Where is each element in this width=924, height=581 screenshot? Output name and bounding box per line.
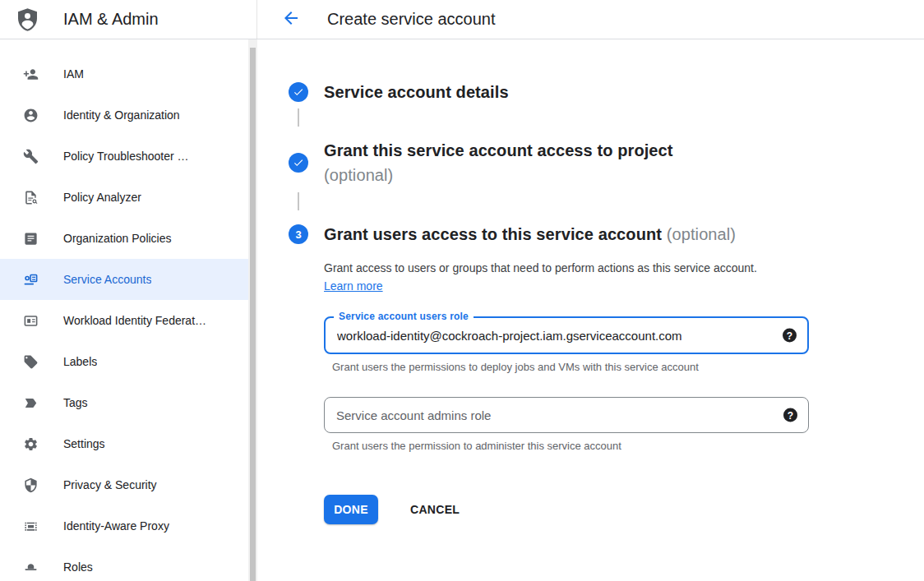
step-3-description-text: Grant access to users or groups that nee…: [324, 261, 757, 274]
app-title: IAM & Admin: [63, 10, 159, 29]
users-role-helper-text: Grant users the permissions to deploy jo…: [332, 361, 924, 373]
step-connector: [298, 108, 299, 127]
step-1-title: Service account details: [324, 81, 817, 104]
sidebar-item-label: Identity-Aware Proxy: [63, 519, 169, 533]
sidebar-item-settings[interactable]: Settings: [0, 423, 249, 464]
proxy-icon: [22, 518, 39, 534]
step-3-description: Grant access to users or groups that nee…: [324, 259, 781, 295]
sidebar-scrollbar-thumb[interactable]: [250, 48, 256, 581]
step-2-title: Grant this service account access to pro…: [324, 138, 817, 187]
label-tag-icon: [22, 353, 39, 370]
sidebar-item-identity-aware-proxy[interactable]: Identity-Aware Proxy: [0, 505, 249, 546]
sidebar-item-label: Labels: [63, 355, 97, 368]
sidebar-item-workload-identity-federation[interactable]: Workload Identity Federat…: [0, 300, 249, 341]
page-header: Create service account: [257, 0, 924, 39]
sidebar-item-label: Workload Identity Federat…: [63, 314, 206, 327]
sidebar-item-labels[interactable]: Labels: [0, 341, 249, 382]
top-bar: IAM & Admin Create service account: [0, 0, 924, 39]
sidebar-item-label: Settings: [63, 437, 105, 450]
users-role-input[interactable]: [326, 318, 807, 353]
wizard-actions: DONE CANCEL: [324, 495, 924, 524]
product-header: IAM & Admin: [0, 0, 257, 39]
sidebar-item-tags[interactable]: Tags: [0, 382, 249, 423]
step-2-header[interactable]: Grant this service account access to pro…: [289, 138, 924, 187]
sidebar-item-label: Organization Policies: [63, 232, 172, 245]
sidebar-item-label: IAM: [63, 67, 84, 81]
step-3-optional-label: (optional): [667, 225, 736, 243]
sidebar-item-label: Service Accounts: [63, 273, 151, 286]
arrow-back-icon: [281, 8, 301, 30]
step-complete-icon: [289, 153, 308, 173]
sidebar-item-policy-troubleshooter[interactable]: Policy Troubleshooter …: [0, 136, 249, 177]
sidebar-item-privacy-security[interactable]: Privacy & Security: [0, 464, 249, 505]
step-1-header[interactable]: Service account details: [289, 81, 924, 104]
service-account-users-role-field: Service account users role ?: [324, 316, 809, 354]
document-lines-icon: [22, 230, 39, 247]
step-3-title: Grant users access to this service accou…: [324, 223, 817, 246]
learn-more-link[interactable]: Learn more: [324, 279, 383, 293]
step-2-title-text: Grant this service account access to pro…: [324, 141, 673, 159]
users-role-field-label: Service account users role: [334, 311, 474, 322]
back-button[interactable]: [281, 10, 301, 30]
document-search-icon: [22, 189, 39, 205]
step-connector: [298, 192, 299, 210]
help-icon[interactable]: ?: [783, 329, 797, 343]
person-add-icon: [22, 66, 39, 82]
tag-arrow-icon: [22, 394, 39, 411]
identity-card-icon: [22, 312, 39, 329]
shield-icon: [22, 477, 39, 493]
sidebar-item-label: Identity & Organization: [63, 108, 180, 122]
admins-role-input[interactable]: [325, 398, 808, 432]
sidebar-item-iam[interactable]: IAM: [0, 53, 249, 95]
sidebar-item-label: Roles: [63, 560, 93, 574]
sidebar-scrollbar-track: [248, 39, 257, 581]
sidebar-item-service-accounts[interactable]: Service Accounts: [0, 259, 249, 300]
gear-icon: [22, 436, 39, 452]
step-3-title-text: Grant users access to this service accou…: [324, 225, 662, 243]
sidebar-item-label: Policy Troubleshooter …: [63, 150, 189, 163]
step-3-number-badge: 3: [289, 224, 308, 244]
app-window: IAM & Admin Create service account IAM: [0, 0, 924, 581]
sidebar-item-label: Policy Analyzer: [63, 191, 141, 204]
admins-role-helper-text: Grant users the permission to administer…: [332, 440, 924, 452]
step-complete-icon: [289, 82, 308, 102]
sidebar-item-label: Tags: [63, 396, 88, 409]
step-3-body: Grant access to users or groups that nee…: [289, 259, 924, 524]
help-icon[interactable]: ?: [783, 408, 797, 422]
hat-icon: [22, 559, 39, 575]
wrench-icon: [22, 148, 39, 164]
service-account-icon: [22, 271, 39, 288]
step-3-header[interactable]: 3 Grant users access to this service acc…: [289, 223, 924, 246]
account-circle-icon: [22, 107, 39, 123]
step-2-optional-label: (optional): [324, 163, 817, 187]
shield-person-icon: [15, 6, 40, 34]
cancel-button[interactable]: CANCEL: [405, 502, 464, 517]
sidebar-item-policy-analyzer[interactable]: Policy Analyzer: [0, 177, 249, 218]
sidebar: IAM Identity & Organization Policy Troub…: [0, 39, 257, 581]
sidebar-item-organization-policies[interactable]: Organization Policies: [0, 218, 249, 259]
sidebar-item-identity-organization[interactable]: Identity & Organization: [0, 95, 249, 136]
sidebar-item-label: Privacy & Security: [63, 478, 157, 491]
service-account-admins-role-field: ?: [324, 397, 809, 433]
sidebar-item-roles[interactable]: Roles: [0, 546, 249, 581]
page-title: Create service account: [327, 10, 496, 29]
done-button[interactable]: DONE: [324, 495, 378, 524]
create-service-account-wizard: Service account details Grant this servi…: [257, 39, 924, 581]
